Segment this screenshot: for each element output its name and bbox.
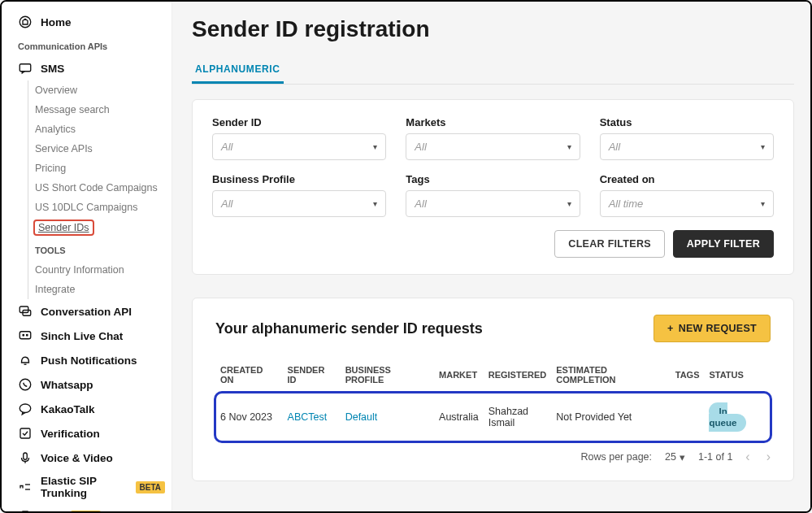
subnav-integrate[interactable]: Integrate [28, 280, 172, 299]
filter-created-on-select[interactable]: All time ▾ [600, 190, 774, 217]
cell-business-profile[interactable]: Default [341, 393, 434, 441]
nav-sms[interactable]: SMS [11, 56, 172, 80]
cell-tags [671, 393, 705, 441]
plus-icon: + [667, 323, 674, 334]
tools-label: TOOLS [28, 238, 172, 260]
nav-kakaotalk-label: KakaoTalk [41, 403, 95, 415]
kakao-icon [18, 402, 33, 416]
filter-business-profile-label: Business Profile [212, 173, 386, 185]
col-status: STATUS [704, 357, 771, 393]
rows-per-page-label: Rows per page: [580, 451, 652, 463]
filter-sender-id-label: Sender ID [212, 116, 386, 128]
filter-sender-id-value: All [221, 141, 232, 153]
col-estimated-completion: ESTIMATED COMPLETION [551, 357, 671, 393]
caret-down-icon: ▾ [761, 199, 765, 208]
sms-icon [18, 61, 33, 76]
nav-kakaotalk[interactable]: KakaoTalk [11, 397, 172, 421]
subnav-overview[interactable]: Overview [28, 80, 172, 100]
subnav-message-search[interactable]: Message search [28, 100, 172, 120]
cell-registered: Shahzad Ismail [484, 393, 552, 441]
nav-fax[interactable]: Fax BETA [11, 504, 172, 511]
rows-per-page-select[interactable]: 25 ▾ [665, 451, 685, 463]
cell-estimated-completion: Not Provided Yet [551, 393, 671, 441]
nav-push-notifications[interactable]: Push Notifications [11, 348, 172, 372]
beta-badge: BETA [136, 481, 165, 493]
nav-elastic-sip-label: Elastic SIP Trunking [41, 475, 124, 499]
filter-business-profile-select[interactable]: All ▾ [212, 190, 386, 217]
requests-heading: Your alphanumeric sender ID requests [215, 320, 483, 337]
svg-point-7 [20, 379, 31, 390]
col-registered: REGISTERED [484, 357, 552, 393]
nav-whatsapp[interactable]: Whatsapp [11, 372, 172, 397]
filter-status-select[interactable]: All ▾ [600, 133, 774, 160]
fax-icon [18, 509, 33, 511]
clear-filters-button[interactable]: CLEAR FILTERS [554, 230, 665, 258]
pagination-range: 1-1 of 1 [698, 451, 732, 463]
tab-bar: ALPHANUMERIC [192, 57, 794, 85]
nav-conversation-api-label: Conversation API [41, 306, 132, 318]
home-icon [18, 15, 33, 29]
subnav-pricing[interactable]: Pricing [28, 159, 172, 178]
microphone-icon [18, 450, 33, 465]
subnav-service-apis[interactable]: Service APIs [28, 139, 172, 159]
caret-down-icon: ▾ [373, 199, 377, 208]
page-prev-button[interactable]: ‹ [745, 450, 749, 464]
filter-tags-select[interactable]: All ▾ [406, 190, 580, 217]
nav-voice-video-label: Voice & Video [41, 452, 113, 464]
col-sender-id: SENDER ID [283, 357, 341, 393]
nav-sinch-live-chat-label: Sinch Live Chat [41, 330, 123, 342]
filter-markets-label: Markets [406, 116, 580, 128]
cell-sender-id[interactable]: ABCTest [283, 393, 341, 441]
filter-markets-value: All [415, 141, 426, 153]
nav-conversation-api[interactable]: Conversation API [11, 299, 172, 324]
requests-table: CREATED ON SENDER ID BUSINESS PROFILE MA… [215, 357, 771, 441]
filter-status-value: All [609, 141, 620, 153]
cell-created-on: 6 Nov 2023 [215, 393, 283, 441]
nav-whatsapp-label: Whatsapp [41, 379, 93, 391]
nav-push-label: Push Notifications [41, 354, 137, 367]
requests-card: Your alphanumeric sender ID requests + N… [192, 298, 794, 481]
svg-point-8 [20, 404, 31, 413]
status-badge: In queue [709, 402, 746, 432]
page-title: Sender ID registration [192, 16, 794, 42]
whatsapp-icon [18, 377, 33, 392]
subnav-analytics[interactable]: Analytics [28, 120, 172, 139]
subnav-country-information[interactable]: Country Information [28, 260, 172, 280]
nav-home[interactable]: Home [11, 10, 172, 34]
col-created-on: CREATED ON [215, 357, 283, 393]
section-communication-apis: Communication APIs [11, 34, 172, 56]
subnav-us-10dlc[interactable]: US 10DLC Campaigns [28, 198, 172, 217]
main-content: Sender ID registration ALPHANUMERIC Send… [172, 2, 810, 511]
livechat-icon [18, 328, 33, 343]
filter-sender-id-select[interactable]: All ▾ [212, 133, 386, 160]
subnav-us-short-code[interactable]: US Short Code Campaigns [28, 178, 172, 198]
caret-down-icon: ▾ [373, 142, 377, 151]
col-tags: TAGS [671, 357, 705, 393]
table-row[interactable]: 6 Nov 2023 ABCTest Default Australia Sha… [215, 393, 771, 441]
svg-point-0 [20, 16, 31, 28]
tab-alphanumeric[interactable]: ALPHANUMERIC [192, 57, 284, 84]
filter-created-on-label: Created on [600, 173, 774, 185]
subnav-sender-ids[interactable]: Sender IDs [33, 220, 94, 236]
svg-rect-4 [20, 332, 31, 339]
svg-rect-1 [20, 64, 31, 72]
nav-elastic-sip[interactable]: Elastic SIP Trunking BETA [11, 470, 172, 504]
new-request-label: NEW REQUEST [679, 323, 757, 334]
check-shield-icon [18, 426, 33, 441]
filter-markets-select[interactable]: All ▾ [406, 133, 580, 160]
rows-per-page-value: 25 [665, 451, 676, 463]
nav-fax-label: Fax [41, 511, 59, 512]
nav-verification[interactable]: Verification [11, 421, 172, 446]
cell-status: In queue [704, 393, 771, 441]
apply-filter-button[interactable]: APPLY FILTER [673, 230, 774, 258]
new-request-button[interactable]: + NEW REQUEST [654, 315, 771, 342]
svg-rect-9 [20, 428, 30, 438]
sidebar: Home Communication APIs SMS Overview Mes… [2, 2, 172, 511]
sms-submenu: Overview Message search Analytics Servic… [28, 80, 172, 299]
filter-card: Sender ID All ▾ Markets All ▾ Status [192, 99, 794, 275]
svg-rect-2 [20, 306, 28, 313]
filter-tags-label: Tags [406, 173, 580, 185]
nav-voice-video[interactable]: Voice & Video [11, 446, 172, 470]
page-next-button[interactable]: › [766, 450, 771, 464]
nav-sinch-live-chat[interactable]: Sinch Live Chat [11, 324, 172, 348]
